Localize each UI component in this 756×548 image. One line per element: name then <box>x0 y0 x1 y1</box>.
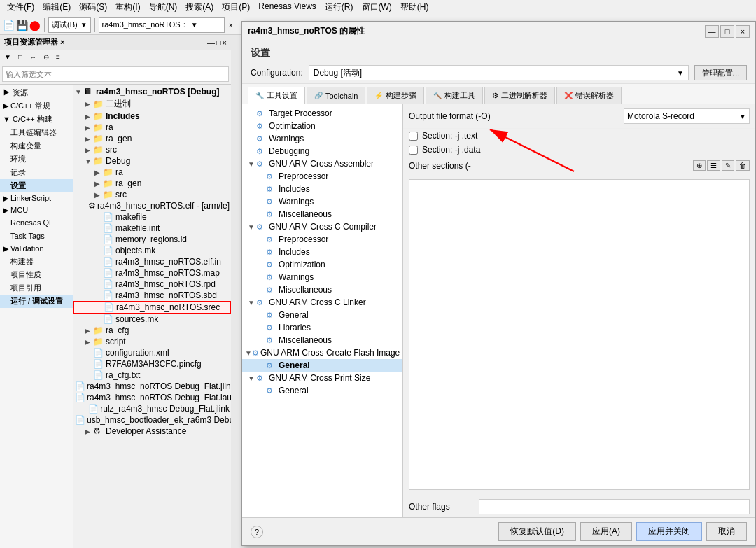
left-menu-item[interactable]: ▶ 资源 <box>0 86 73 99</box>
panel-maximize-btn[interactable]: □ <box>216 38 221 47</box>
menu-item[interactable]: 源码(S) <box>75 0 111 15</box>
dialog-tree-item[interactable]: ⚙General <box>242 384 402 397</box>
dialog-close-btn[interactable]: × <box>736 25 750 38</box>
manage-config-btn[interactable]: 管理配置... <box>694 65 747 80</box>
dialog-tab[interactable]: ❌错误解析器 <box>556 87 622 104</box>
panel-toolbar-filter[interactable]: ⊖ <box>41 52 52 62</box>
dialog-tree-item[interactable]: ▼⚙GNU ARM Cross Create Flash Image <box>242 346 402 359</box>
left-menu-item[interactable]: ▼ C/C++ 构建 <box>0 113 73 126</box>
menu-item[interactable]: 窗口(W) <box>358 0 396 15</box>
left-menu-item[interactable]: ▶ MCU <box>0 204 73 216</box>
other-flags-input[interactable] <box>479 499 750 514</box>
left-menu-item[interactable]: ▶ C/C++ 常规 <box>0 99 73 113</box>
dialog-tree-item[interactable]: ⚙Optimization <box>242 258 402 271</box>
dialog-tree-item[interactable]: ⚙Target Processor <box>242 107 402 120</box>
tree-item[interactable]: ▶📁ra <box>74 167 231 178</box>
dialog-tree-item[interactable]: ⚙Warnings <box>242 271 402 283</box>
section-j-data-checkbox[interactable] <box>409 146 418 155</box>
section-j-text-checkbox[interactable] <box>409 132 418 141</box>
tree-item[interactable]: 📄ra4m3_hmsc_noRTOS.sbd <box>74 290 231 301</box>
dialog-tree-item[interactable]: ▼⚙GNU ARM Cross C Compiler <box>242 220 402 233</box>
help-icon[interactable]: ? <box>251 526 263 538</box>
tree-item[interactable]: ▶📁src <box>74 144 231 155</box>
tree-item[interactable]: 📄usb_hmsc_bootloader_ek_ra6m3 Debug_Flat… <box>74 414 231 426</box>
tree-item[interactable]: 📄ra4m3_hmsc_noRTOS.elf.in <box>74 256 231 267</box>
dialog-tab[interactable]: 🔧工具设置 <box>248 87 305 104</box>
other-sections-edit-btn[interactable]: ✎ <box>722 160 734 171</box>
panel-minimize-btn[interactable]: — <box>207 38 215 47</box>
dialog-maximize-btn[interactable]: □ <box>720 25 734 38</box>
tree-item[interactable]: ▶📁Includes <box>74 111 231 122</box>
tree-item[interactable]: ▶📁ra <box>74 122 231 133</box>
dialog-tree-item[interactable]: ⚙General <box>242 309 402 321</box>
dialog-tab[interactable]: ⚡构建步骤 <box>367 87 424 104</box>
dialog-tree-item[interactable]: ⚙General <box>242 359 402 372</box>
left-menu-item[interactable]: ▶ LinkerScript <box>0 192 73 204</box>
menu-item[interactable]: Renesas Views <box>254 0 321 15</box>
other-sections-delete-btn[interactable]: 🗑 <box>736 160 750 171</box>
dialog-tree-item[interactable]: ⚙Optimization <box>242 120 402 132</box>
cancel-btn[interactable]: 取消 <box>706 522 747 541</box>
project-dropdown[interactable]: ra4m3_hmsc_noRTOS： ▼ <box>99 17 225 33</box>
left-menu-item[interactable]: 设置 <box>0 179 73 192</box>
left-menu-item[interactable]: 项目引用 <box>0 281 73 295</box>
dialog-minimize-btn[interactable]: — <box>705 25 719 38</box>
tree-item[interactable]: ▶📁二进制 <box>74 97 231 111</box>
menu-item[interactable]: 编辑(E) <box>38 0 75 15</box>
dialog-tree-item[interactable]: ⚙Miscellaneous <box>242 334 402 346</box>
dialog-tab[interactable]: 🔨构建工具 <box>426 87 483 104</box>
left-menu-item[interactable]: 项目性质 <box>0 268 73 281</box>
dialog-tree-item[interactable]: ⚙Miscellaneous <box>242 208 402 220</box>
tree-item[interactable]: ▶📁ra_gen <box>74 133 231 144</box>
left-menu-item[interactable]: 构建变量 <box>0 139 73 153</box>
menu-item[interactable]: 搜索(A) <box>181 0 218 15</box>
tree-item[interactable]: 📄ra4m3_hmsc_noRTOS Debug_Flat.jlink <box>74 381 231 392</box>
panel-toolbar-menu[interactable]: ≡ <box>53 52 63 62</box>
dialog-tree-item[interactable]: ⚙Miscellaneous <box>242 283 402 296</box>
tree-item[interactable]: ▶📁ra_cfg <box>74 325 231 336</box>
dialog-tree-item[interactable]: ▼⚙GNU ARM Cross C Linker <box>242 296 402 309</box>
menu-item[interactable]: 导航(N) <box>145 0 182 15</box>
left-menu-item[interactable]: 运行 / 调试设置 <box>0 295 73 308</box>
panel-toolbar-collapse[interactable]: ▼ <box>1 52 14 62</box>
other-sections-list-btn[interactable]: ☰ <box>707 160 720 171</box>
debug-dropdown[interactable]: 调试(B) ▼ <box>48 17 91 33</box>
panel-close-btn[interactable]: × <box>223 38 227 47</box>
apply-btn[interactable]: 应用(A) <box>580 522 632 541</box>
left-menu-item[interactable]: 构建器 <box>0 255 73 268</box>
tree-item[interactable]: 📄rulz_ra4m3_hmsc Debug_Flat.jlink <box>74 403 231 414</box>
dialog-tab[interactable]: 🔗Toolchain <box>307 87 365 104</box>
apply-close-btn[interactable]: 应用并关闭 <box>636 522 702 541</box>
menu-item[interactable]: 帮助(H) <box>396 0 433 15</box>
menu-item[interactable]: 运行(R) <box>321 0 358 15</box>
tree-item[interactable]: 📄ra4m3_hmsc_noRTOS Debug_Flat.launch <box>74 392 231 403</box>
tree-item[interactable]: ⚙ra4m3_hmsc_noRTOS.elf - [arm/le] <box>74 200 231 211</box>
tree-item[interactable]: ▼📁Debug <box>74 155 231 167</box>
panel-toolbar-link[interactable]: ↔ <box>27 52 39 62</box>
dialog-tree-item[interactable]: ⚙Preprocessor <box>242 233 402 246</box>
dialog-tree-item[interactable]: ▼⚙GNU ARM Cross Assembler <box>242 157 402 170</box>
tree-item[interactable]: 📄configuration.xml <box>74 347 231 358</box>
tree-item[interactable]: 📄memory_regions.ld <box>74 234 231 245</box>
dialog-tree-item[interactable]: ⚙Warnings <box>242 195 402 208</box>
dialog-tree-item[interactable]: ▼⚙GNU ARM Cross Print Size <box>242 372 402 384</box>
left-menu-item[interactable]: 记录 <box>0 166 73 179</box>
left-menu-item[interactable]: ▶ Validation <box>0 243 73 255</box>
left-menu-item[interactable]: 环境 <box>0 153 73 166</box>
output-format-dropdown[interactable]: Motorola S-record ▼ <box>624 108 750 124</box>
tree-item[interactable]: 📄R7FA6M3AH3CFC.pincfg <box>74 358 231 370</box>
tab-close-btn[interactable]: × <box>229 21 233 29</box>
tree-item[interactable]: 📄ra_cfg.txt <box>74 370 231 381</box>
dialog-tree-item[interactable]: ⚙Includes <box>242 183 402 195</box>
dialog-tree-item[interactable]: ⚙Libraries <box>242 321 402 334</box>
left-menu-item[interactable]: 工具链编辑器 <box>0 126 73 139</box>
panel-toolbar-expand[interactable]: □ <box>15 52 25 62</box>
tree-item[interactable]: 📄ra4m3_hmsc_noRTOS.map <box>74 267 231 279</box>
tree-item[interactable]: ▶⚙Developer Assistance <box>74 426 231 437</box>
dialog-tree-item[interactable]: ⚙Includes <box>242 246 402 258</box>
tree-item[interactable]: ▶📁ra_gen <box>74 178 231 189</box>
menu-item[interactable]: 重构(I) <box>111 0 144 15</box>
left-menu-item[interactable]: Renesas QE <box>0 216 73 230</box>
menu-item[interactable]: 项目(P) <box>218 0 254 15</box>
tree-item[interactable]: 📄objects.mk <box>74 245 231 256</box>
